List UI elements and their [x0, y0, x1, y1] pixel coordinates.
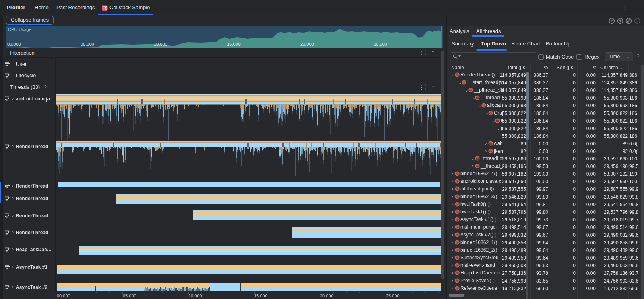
svg-text:m: m — [463, 81, 466, 84]
svg-text:m: m — [456, 279, 459, 282]
svg-text:m: m — [476, 96, 479, 100]
svg-text:m: m — [456, 73, 459, 77]
svg-text:m: m — [483, 104, 485, 107]
svg-text:m: m — [489, 149, 492, 153]
svg-text:m: m — [456, 241, 459, 244]
svg-text:m: m — [489, 111, 492, 115]
svg-text:m: m — [456, 218, 459, 221]
svg-text:m: m — [456, 180, 459, 183]
svg-text:m: m — [456, 286, 459, 290]
svg-text:m: m — [456, 203, 459, 206]
svg-text:m: m — [476, 164, 479, 168]
svg-text:m: m — [476, 157, 479, 160]
svg-text:m: m — [456, 264, 459, 267]
svg-text:m: m — [456, 271, 459, 274]
svg-text:m: m — [456, 248, 459, 252]
svg-text:m: m — [456, 172, 459, 176]
svg-text:m: m — [456, 256, 459, 260]
svg-text:m: m — [456, 225, 459, 229]
svg-text:m: m — [469, 88, 472, 92]
svg-text:m: m — [489, 141, 492, 145]
svg-text:m: m — [456, 187, 459, 191]
svg-text:m: m — [456, 195, 459, 199]
svg-text:m: m — [456, 210, 459, 214]
svg-text:m: m — [456, 233, 459, 237]
